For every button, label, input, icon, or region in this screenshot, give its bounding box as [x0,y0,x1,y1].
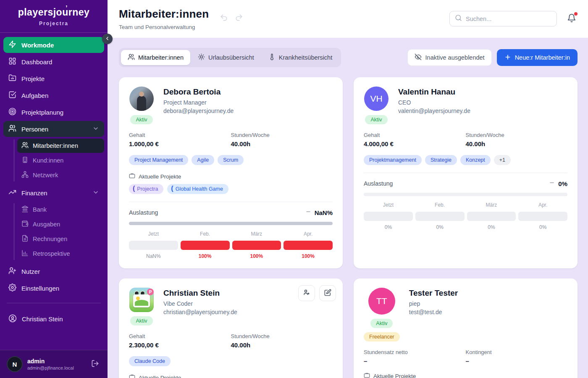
utilization-bar [364,212,413,221]
skill-tag: Project Management [129,155,188,165]
sidebar-item-aufgaben[interactable]: Aufgaben [3,87,104,103]
logout-button[interactable] [89,358,101,370]
employee-role: Vibe Coder [163,300,237,307]
tab-mitarbeiter[interactable]: Mitarbeiter:innen [121,50,190,65]
minus-icon [305,209,311,216]
wallet-icon [21,220,29,228]
sidebar-item-label: Projekte [21,75,45,82]
sidebar-item-workmode[interactable]: Workmode [3,37,104,53]
search-input[interactable] [466,16,551,22]
minus-icon [549,180,555,187]
admin-avatar: N [7,356,23,372]
employee-card-tester[interactable]: TT Aktiv Freelancer Tester Tester piep t… [354,278,578,378]
utilization-month: Apr. 100% [284,231,333,259]
sidebar-item-einstellungen[interactable]: Einstellungen [3,280,104,296]
utilization-label: Auslastung [129,209,158,216]
sidebar-collapse-button[interactable] [102,34,113,44]
search-icon [455,14,462,23]
bell-icon [567,18,576,24]
utilization-bar [232,241,281,250]
finanzen-sublist: Bank Ausgaben Rechnungen Retrospektive [14,202,104,261]
skill-tag: Agile [192,155,214,165]
project-chip: (Global Health Game [167,184,228,194]
employee-card-valentin[interactable]: VH Aktiv Valentin Hanau CEO valentin@pla… [354,77,578,268]
sidebar-item-mitarbeiter[interactable]: Mitarbeiter:innen [17,139,104,153]
sidebar-item-label: Einstellungen [21,285,59,292]
sidebar-item-rechnungen[interactable]: Rechnungen [17,232,104,246]
target-icon [8,108,16,117]
sidebar-item-nutzer[interactable]: Nutzer [3,263,104,279]
gear-icon [8,284,16,293]
thermometer-icon [268,53,276,62]
sidebar-item-projekte[interactable]: Projekte [3,71,104,87]
new-employee-button[interactable]: Neue:r Mitarbeiter:in [497,49,578,66]
utilization-bar [467,212,516,221]
content-area: Mitarbeiter:innen Urlaubsübersicht Krank… [108,38,588,378]
field-stunden: Stunden/Woche 40.00h [231,132,333,147]
avatar: TT [368,288,395,315]
sidebar-item-netzwerk[interactable]: Netzwerk [17,168,104,182]
skill-tag: Claude Code [129,356,171,366]
new-employee-label: Neue:r Mitarbeiter:in [515,54,570,61]
employee-email: valentin@playersjourney.de [398,108,470,114]
sidebar-item-kunden[interactable]: Kund:innen [17,153,104,168]
sidebar-item-label: Finanzen [21,189,47,197]
admin-email: admin@pjfinance.local [27,365,85,370]
tab-label: Mitarbeiter:innen [138,54,184,61]
skill-tag: Scrum [218,155,244,165]
utilization-total: NaN% [305,209,333,216]
redo-button[interactable] [234,13,244,24]
utilization-months: Jetzt NaN% Feb. 100% März 100% [129,231,333,259]
sidebar-item-personen[interactable]: Personen [3,121,104,137]
toggle-inactive-button[interactable]: Inaktive ausgeblendet [407,49,492,66]
personen-sublist: Mitarbeiter:innen Kund:innen Netzwerk [14,139,104,182]
dashboard-icon [8,57,16,66]
toolbar: Mitarbeiter:innen Urlaubsübersicht Krank… [119,48,578,67]
plus-icon [504,54,511,62]
sidebar-item-label: Nutzer [21,268,40,275]
tab-urlaubsuebersicht[interactable]: Urlaubsübersicht [191,50,261,65]
employee-email: debora@playersjourney.de [163,108,234,114]
sidebar-item-label: Ausgaben [33,221,60,228]
undo-button[interactable] [219,13,229,24]
sidebar: playersjourney Projectra Workmode Dashbo… [0,0,108,378]
employee-email: test@test.de [409,309,458,315]
redo-icon [235,17,243,23]
sidebar-item-projektplanung[interactable]: Projektplanung [3,104,104,120]
edit-button[interactable] [319,285,336,301]
sidebar-item-label: Projektplanung [21,109,63,116]
projects-label: Aktuelle Projekte [364,372,567,378]
project-chip: (Projectra [129,184,163,194]
users-icon [21,142,29,150]
sidebar-item-label: Dashboard [21,58,52,66]
freelancer-badge: Freelancer [364,332,400,341]
assign-user-button[interactable] [298,285,315,301]
employee-role: CEO [398,99,470,106]
sidebar-item-retrospektive[interactable]: Retrospektive [17,247,104,261]
skill-tags: Claude Code [129,356,333,366]
network-icon [21,171,29,179]
logo-wordmark: playersjourney [18,7,90,18]
sidebar-item-finanzen[interactable]: Finanzen [3,185,104,201]
sidebar-item-ausgaben[interactable]: Ausgaben [17,217,104,231]
status-badge: Aktiv [370,319,393,328]
sidebar-item-dashboard[interactable]: Dashboard [3,54,104,70]
utilization-month: März 0% [467,202,516,230]
brand-name: Projectra [0,21,108,26]
employee-card-christian[interactable]: P Aktiv Christian Stein Vibe Coder chris… [119,278,343,378]
page-subtitle: Team und Personalverwaltung [119,24,209,30]
notifications-button[interactable] [566,13,577,25]
user-plus-icon [8,267,16,276]
employee-name: Tester Tester [409,289,458,298]
sidebar-item-label: Retrospektive [33,250,70,257]
field-stunden: Stunden/Woche 40.00h [466,132,568,147]
chevron-left-icon [105,36,110,42]
main-area: Mitarbeiter:innen Team und Personalverwa… [108,0,588,378]
utilization-month: Jetzt NaN% [129,231,178,259]
sidebar-item-bank[interactable]: Bank [17,202,104,217]
project-logo-icon: ( [171,185,173,192]
sidebar-item-current-user[interactable]: Christian Stein [3,311,104,327]
sidebar-item-label: Mitarbeiter:innen [33,142,78,149]
tab-krankheitsuebersicht[interactable]: Krankheitsübersicht [262,50,339,65]
employee-card-debora[interactable]: Aktiv Debora Bertoia Project Manager deb… [119,77,343,268]
